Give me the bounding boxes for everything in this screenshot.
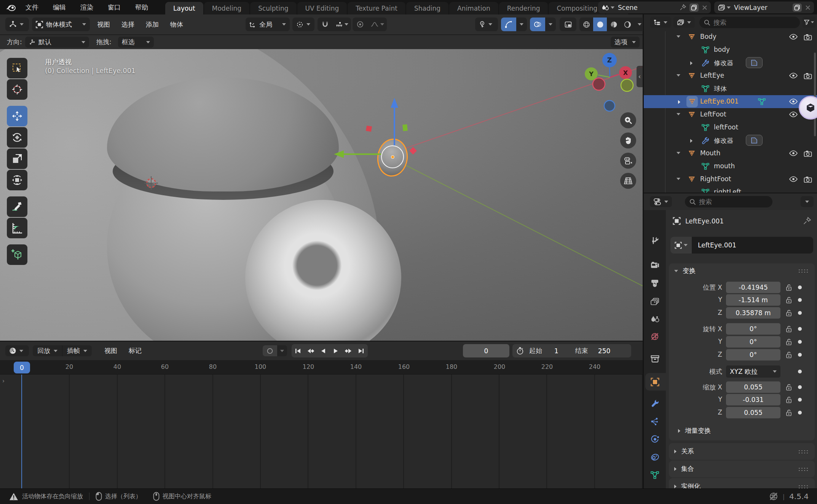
prev-keyframe-button[interactable] xyxy=(304,344,317,357)
collapse-toggle[interactable] xyxy=(677,178,680,180)
menu-edit[interactable]: 编辑 xyxy=(46,0,73,14)
gizmo-plane-x[interactable] xyxy=(366,126,372,132)
falloff-selector[interactable] xyxy=(368,18,387,31)
tool-cursor[interactable] xyxy=(7,79,27,100)
disable-render-camera-icon[interactable] xyxy=(804,176,812,183)
tab-tool[interactable] xyxy=(649,234,661,247)
hide-viewport-eye-icon[interactable] xyxy=(789,150,798,156)
outliner-row-lefteye[interactable]: LeftEye xyxy=(644,69,817,82)
tool-measure[interactable] xyxy=(7,218,27,238)
playhead-line[interactable] xyxy=(21,375,22,489)
menu-window[interactable]: 窗口 xyxy=(101,0,128,14)
animate-dot[interactable] xyxy=(798,311,802,315)
rotation-x-field[interactable]: 0° xyxy=(726,323,780,335)
lock-icon[interactable] xyxy=(785,384,793,391)
tab-object[interactable] xyxy=(649,376,661,388)
rotation-mode-selector[interactable]: XYZ 欧拉 xyxy=(726,365,780,378)
snap-to-selector[interactable] xyxy=(333,18,351,31)
jump-to-end-button[interactable] xyxy=(354,344,367,357)
tab-view-layer[interactable] xyxy=(649,295,661,308)
timeline-markers-menu[interactable]: 标记 xyxy=(124,341,146,360)
lock-icon[interactable] xyxy=(785,409,793,416)
playback-menu[interactable]: 回放 xyxy=(33,345,62,356)
animate-dot[interactable] xyxy=(798,411,802,415)
delta-transform-section[interactable]: 增量变换 xyxy=(678,426,711,435)
panel-grip[interactable] xyxy=(798,269,809,273)
properties-editor-type-button[interactable] xyxy=(650,196,672,207)
lock-icon[interactable] xyxy=(785,338,793,346)
panel-grip[interactable] xyxy=(798,450,809,454)
pin-id-icon[interactable] xyxy=(803,217,811,225)
animate-dot[interactable] xyxy=(798,327,802,331)
animate-dot[interactable] xyxy=(798,398,802,402)
outliner-row-mouth[interactable]: Mouth xyxy=(644,147,817,160)
tab-constraints[interactable] xyxy=(649,451,661,463)
outliner-editor-type-button[interactable] xyxy=(650,17,671,28)
disable-render-camera-icon[interactable] xyxy=(804,73,812,79)
next-keyframe-button[interactable] xyxy=(342,344,354,357)
lock-icon[interactable] xyxy=(785,351,793,359)
show-gizmo-toggle[interactable] xyxy=(501,18,516,31)
new-view-layer-button[interactable] xyxy=(793,3,802,12)
lock-icon[interactable] xyxy=(785,325,793,333)
outliner-row-body-modifiers[interactable]: 修改器 xyxy=(644,56,817,69)
bevel-modifier-badge[interactable] xyxy=(746,57,763,68)
hide-viewport-eye-icon[interactable] xyxy=(789,34,798,40)
properties-options-button[interactable] xyxy=(801,196,814,207)
tab-object-data[interactable] xyxy=(649,469,661,481)
collapse-toggle[interactable] xyxy=(677,35,680,38)
lock-icon[interactable] xyxy=(785,297,793,304)
breadcrumb-object-name[interactable]: LeftEye.001 xyxy=(685,217,724,225)
tab-shading[interactable]: Shading xyxy=(406,2,448,14)
disable-render-camera-icon[interactable] xyxy=(804,34,812,40)
proportional-edit-toggle[interactable] xyxy=(353,18,368,31)
animate-dot[interactable] xyxy=(798,298,802,302)
outliner-row-leftfoot-modifiers[interactable]: 修改器 xyxy=(644,134,817,147)
outliner-row-body[interactable]: Body xyxy=(644,30,817,43)
camera-view-button[interactable] xyxy=(620,153,636,169)
expand-toggle[interactable] xyxy=(690,139,693,143)
object-id-browse-button[interactable] xyxy=(670,237,692,254)
expand-toggle[interactable] xyxy=(678,100,680,104)
menu-file[interactable]: 文件 xyxy=(18,0,46,14)
bevel-modifier-badge[interactable] xyxy=(746,135,763,146)
collapse-toggle[interactable] xyxy=(677,152,680,154)
shading-wireframe-button[interactable] xyxy=(579,18,593,31)
zoom-button[interactable] xyxy=(620,112,636,128)
tool-move[interactable] xyxy=(7,106,27,126)
outliner-row-sphere-mesh[interactable]: 球体 xyxy=(644,82,817,95)
view-layer-browse-icon[interactable] xyxy=(718,4,731,11)
gizmo-plane-y[interactable] xyxy=(402,124,408,131)
viewport-menu-select[interactable]: 选择 xyxy=(116,14,139,35)
outliner-row-rightfoot[interactable]: RightFoot xyxy=(644,173,817,186)
tool-transform[interactable] xyxy=(7,170,27,190)
outliner-row-leftfoot-mesh[interactable]: leftFoot xyxy=(644,121,817,134)
tab-modeling[interactable]: Modeling xyxy=(204,2,249,14)
hide-viewport-eye-icon[interactable] xyxy=(789,99,798,104)
disable-render-camera-icon[interactable] xyxy=(804,150,812,157)
lock-icon[interactable] xyxy=(785,284,793,291)
gizmo-y-arrow[interactable] xyxy=(343,153,381,155)
tool-select-box[interactable] xyxy=(7,58,27,78)
scene-browse-icon[interactable] xyxy=(602,4,614,11)
end-frame-field[interactable]: 250 xyxy=(598,347,610,355)
outliner-row-mouth-mesh[interactable]: mouth xyxy=(644,160,817,173)
overlays-dropdown[interactable] xyxy=(545,18,556,31)
hide-viewport-eye-icon[interactable] xyxy=(789,73,798,78)
tab-texture-paint[interactable]: Texture Paint xyxy=(348,2,405,14)
tab-layout[interactable]: Layout xyxy=(165,2,203,14)
navigation-gizmo[interactable]: Z Y X xyxy=(582,50,639,113)
tab-output[interactable] xyxy=(649,277,661,289)
scene-selector[interactable]: Scene xyxy=(598,2,711,13)
tab-physics[interactable] xyxy=(649,433,661,445)
timeline-editor-type-button[interactable] xyxy=(5,345,29,356)
outliner-row-leftfoot[interactable]: LeftFoot xyxy=(644,108,817,121)
shading-material-button[interactable] xyxy=(607,18,621,31)
collapse-toggle[interactable] xyxy=(677,113,680,115)
play-reverse-button[interactable] xyxy=(317,344,329,357)
scene-name[interactable]: Scene xyxy=(618,4,676,11)
tool-add-primitive[interactable] xyxy=(7,244,27,265)
snap-toggle[interactable] xyxy=(318,18,333,31)
outliner-filter-button[interactable] xyxy=(802,17,816,28)
menu-help[interactable]: 帮助 xyxy=(128,0,155,14)
